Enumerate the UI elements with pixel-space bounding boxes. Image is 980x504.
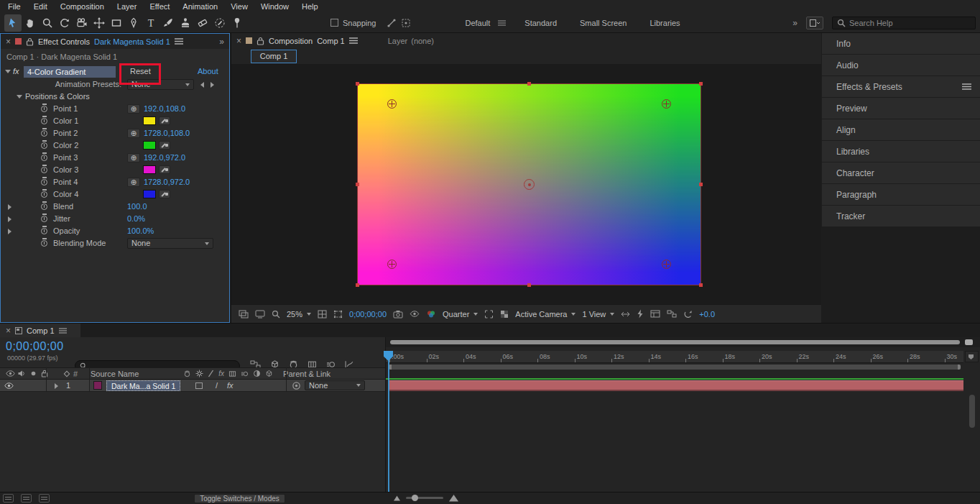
next-preset-icon[interactable] bbox=[211, 82, 214, 88]
puppet-pin-tool-icon[interactable] bbox=[228, 14, 246, 32]
panel-tab-tracker[interactable]: Tracker bbox=[822, 206, 980, 226]
flowchart-icon[interactable] bbox=[667, 310, 677, 318]
eraser-tool-icon[interactable] bbox=[194, 14, 211, 32]
point-picker-icon[interactable] bbox=[127, 129, 140, 138]
3d-view-dropdown[interactable]: Active Camera bbox=[515, 310, 575, 319]
parent-dropdown[interactable]: None bbox=[305, 380, 365, 390]
stopwatch-icon[interactable] bbox=[41, 179, 47, 185]
color-swatch[interactable] bbox=[143, 141, 156, 150]
property-value[interactable]: 100.0% bbox=[127, 225, 154, 237]
workspace-menu-icon[interactable] bbox=[498, 20, 506, 26]
source-name-column-header[interactable]: Source Name bbox=[91, 370, 139, 378]
panel-tab-character[interactable]: Character bbox=[822, 162, 980, 183]
workspace-switcher-icon[interactable] bbox=[806, 17, 823, 29]
property-label[interactable]: Opacity bbox=[53, 225, 80, 237]
group-expander-icon[interactable] bbox=[17, 95, 22, 98]
eyedropper-icon[interactable] bbox=[159, 116, 170, 125]
effect-point-1-handle[interactable] bbox=[387, 99, 397, 109]
property-label[interactable]: Jitter bbox=[53, 213, 70, 225]
selection-tool-icon[interactable] bbox=[4, 14, 22, 32]
expand-transfer-controls-button[interactable] bbox=[21, 494, 32, 503]
hand-tool-icon[interactable] bbox=[22, 14, 39, 32]
composition-image[interactable] bbox=[358, 84, 701, 285]
menu-effect[interactable]: Effect bbox=[143, 1, 176, 12]
stopwatch-icon[interactable] bbox=[41, 106, 47, 112]
comp-marker-bin[interactable] bbox=[965, 351, 979, 362]
tab-effect-controls-title[interactable]: Effect Controls bbox=[38, 37, 90, 46]
tab-composition-title[interactable]: Composition bbox=[269, 37, 313, 45]
menu-composition[interactable]: Composition bbox=[54, 1, 111, 12]
point-picker-icon[interactable] bbox=[127, 153, 140, 162]
property-label[interactable]: Blend bbox=[53, 201, 73, 213]
viewer-canvas[interactable] bbox=[231, 65, 821, 304]
work-area-bar[interactable] bbox=[389, 365, 961, 370]
pen-tool-icon[interactable] bbox=[125, 14, 142, 32]
panel-overflow-chevrons[interactable]: » bbox=[219, 37, 224, 47]
panel-tab-paragraph[interactable]: Paragraph bbox=[822, 184, 980, 205]
workspace-overflow-chevrons[interactable]: » bbox=[792, 18, 798, 28]
rectangle-tool-icon[interactable] bbox=[108, 14, 125, 32]
selection-handle[interactable] bbox=[356, 82, 359, 86]
panel-menu-icon[interactable] bbox=[59, 328, 67, 334]
color-swatch[interactable] bbox=[143, 116, 156, 125]
zoom-in-mountain-icon[interactable] bbox=[449, 494, 458, 502]
property-value[interactable]: 0.0% bbox=[127, 213, 145, 225]
property-value[interactable]: 192.0,972.0 bbox=[144, 152, 185, 164]
lock-icon[interactable] bbox=[256, 37, 264, 45]
effect-name[interactable]: 4-Color Gradient bbox=[24, 66, 116, 78]
zoom-tool-icon[interactable] bbox=[39, 14, 56, 32]
panel-tab-libraries[interactable]: Libraries bbox=[822, 141, 980, 162]
fx-icon[interactable]: fx bbox=[13, 65, 19, 78]
property-value[interactable]: 1728.0,972.0 bbox=[144, 176, 190, 188]
transparency-grid-icon[interactable] bbox=[500, 310, 509, 319]
lock-icon[interactable] bbox=[26, 37, 34, 46]
property-label[interactable]: Blending Mode bbox=[53, 237, 106, 249]
playhead-line[interactable] bbox=[388, 351, 389, 492]
panel-tab-info[interactable]: Info bbox=[822, 33, 980, 54]
snapshot-camera-icon[interactable] bbox=[393, 310, 403, 319]
property-expander-icon[interactable] bbox=[8, 229, 11, 234]
workspace-libraries[interactable]: Libraries bbox=[645, 17, 684, 29]
layer-name[interactable]: Dark Ma...a Solid 1 bbox=[106, 380, 180, 391]
menu-file[interactable]: File bbox=[1, 1, 27, 12]
stopwatch-icon[interactable] bbox=[41, 216, 47, 222]
panel-menu-icon[interactable] bbox=[962, 83, 971, 90]
primary-viewer-icon[interactable] bbox=[255, 310, 265, 319]
effect-point-2-handle[interactable] bbox=[662, 99, 671, 109]
layer-row[interactable]: 1 Dark Ma...a Solid 1 / fx None bbox=[0, 380, 385, 392]
effect-expander-icon[interactable] bbox=[5, 70, 11, 73]
viewer-timecode[interactable]: 0;00;00;00 bbox=[349, 310, 387, 319]
property-label[interactable]: Color 1 bbox=[53, 115, 78, 127]
panel-menu-icon[interactable] bbox=[175, 38, 183, 45]
help-search-input[interactable] bbox=[849, 19, 957, 27]
stopwatch-icon[interactable] bbox=[41, 240, 47, 247]
workspace-small-screen[interactable]: Small Screen bbox=[575, 17, 631, 29]
point-picker-icon[interactable] bbox=[127, 104, 140, 114]
selection-handle[interactable] bbox=[699, 82, 703, 86]
timeline-tab[interactable]: × Comp 1 bbox=[0, 324, 80, 337]
time-ruler[interactable]: :00s 02s 04s 06s 08s 10s 12s 14s 16s 18s… bbox=[386, 351, 963, 363]
property-label[interactable]: Color 2 bbox=[53, 139, 78, 152]
about-link[interactable]: About bbox=[198, 65, 218, 78]
workspace-default[interactable]: Default bbox=[461, 17, 495, 29]
pan-behind-tool-icon[interactable] bbox=[91, 14, 108, 32]
column-divider[interactable] bbox=[89, 367, 90, 392]
menu-animation[interactable]: Animation bbox=[176, 1, 224, 12]
zoom-out-mountain-icon[interactable] bbox=[394, 495, 400, 501]
snap-features-icon[interactable] bbox=[401, 18, 411, 28]
selection-handle[interactable] bbox=[527, 283, 531, 287]
expand-in-out-panes-button[interactable] bbox=[39, 494, 50, 503]
eyedropper-icon[interactable] bbox=[159, 141, 170, 150]
menu-window[interactable]: Window bbox=[254, 1, 295, 12]
column-divider[interactable] bbox=[46, 367, 47, 392]
panel-close-icon[interactable]: × bbox=[6, 326, 11, 335]
color-swatch[interactable] bbox=[143, 190, 156, 198]
exposure-value[interactable]: +0.0 bbox=[699, 310, 715, 319]
brush-tool-icon[interactable] bbox=[160, 14, 177, 32]
stopwatch-icon[interactable] bbox=[41, 118, 47, 124]
layer-fx-switch[interactable]: fx bbox=[227, 381, 234, 390]
time-navigator-bar[interactable] bbox=[390, 340, 960, 344]
panel-tab-effects-presets[interactable]: Effects & Presets bbox=[822, 76, 980, 97]
panel-tab-align[interactable]: Align bbox=[822, 119, 980, 140]
layer-label-chip[interactable] bbox=[93, 381, 102, 390]
